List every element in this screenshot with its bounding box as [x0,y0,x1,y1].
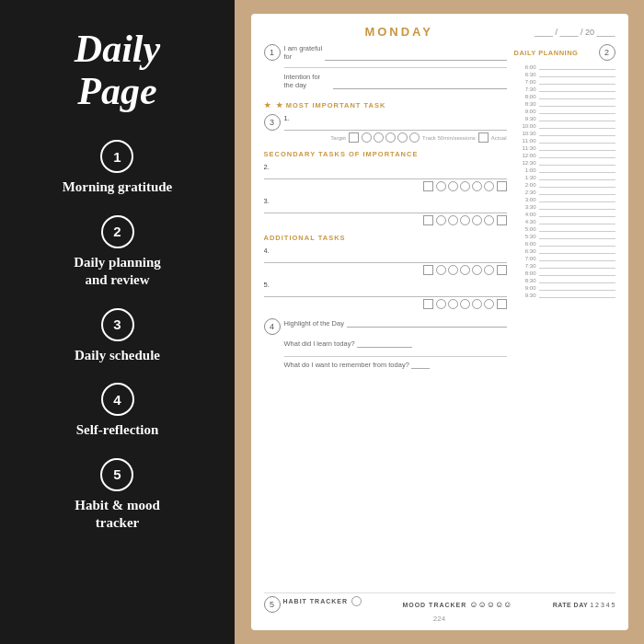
time-label: 10:00 [514,123,536,129]
t2-c2 [448,181,458,191]
remember-row: What do I want to remember from today? [284,360,507,369]
time-label: 1:00 [514,167,536,173]
time-slot-row: 8:00 [514,270,615,276]
t3-c3 [460,215,470,225]
time-slot-row: 1:00 [514,167,615,173]
time-label: 7:30 [514,86,536,92]
time-slot-row: 6:00 [514,63,615,70]
section-num-4: 4 [264,318,281,335]
planning-header: DAILY PLANNING 2 [514,44,615,61]
rate-section: RATE DAY 1 2 3 4 5 [553,602,615,608]
habit-circle [351,596,362,606]
planning-num: 2 [599,44,615,61]
time-line [539,262,615,269]
feature-num-2: 2 [101,215,134,248]
t4-c5 [484,265,494,275]
reflection-section: 4 Highlight of the Day What did I learn … [264,318,507,371]
time-line [539,292,615,298]
time-slot-row: 1:30 [514,174,615,180]
mit-header: ★ ★ MOST IMPORTANT TASK [264,101,507,109]
t2-actual-square [497,181,507,191]
task3-line [264,206,507,213]
learn-field-row: What did I learn today? [284,339,507,348]
time-line [539,240,615,247]
page-number: 224 [264,615,615,623]
time-line [539,233,615,239]
session-circle-2 [374,132,384,143]
rate-numbers: 1 2 3 4 5 [590,602,615,608]
page-card: MONDAY ____ / ____ / 20 ____ 1 I am grat… [251,14,628,630]
t3-c5 [484,215,494,225]
task5-line [264,290,507,297]
section-num-5: 5 [264,596,281,613]
time-line [539,137,615,144]
additional-header: ADDITIONAL TASKS [264,234,507,242]
learn-line [357,339,412,348]
task4-block: 4. [264,247,507,275]
highlight-row: Highlight of the Day [284,318,507,328]
session-circle-1 [362,132,372,143]
time-label: 8:00 [514,94,536,99]
time-line [539,93,615,99]
time-slot-row: 2:30 [514,189,615,195]
habit-section: HABIT TRACKER [283,596,362,606]
time-slot-row: 8:00 [514,93,615,99]
habit-label: HABIT TRACKER [283,598,349,604]
time-label: 6:30 [514,248,536,254]
time-slot-row: 7:00 [514,255,615,261]
time-label: 8:30 [514,101,536,107]
feature-num-4: 4 [101,383,134,416]
time-label: 3:30 [514,204,536,210]
tracker-row-2 [264,181,507,191]
target-label: Target [330,135,346,141]
intention-line [333,80,506,89]
time-label: 9:00 [514,285,536,291]
time-line [539,247,615,254]
gratitude-section: 1 I am grateful for Intention for the da… [264,44,507,92]
time-slot-row: 8:30 [514,277,615,283]
t5-c4 [472,299,482,309]
tracker-row-1: Target Track 50min/sessions [284,132,507,143]
t4-actual-square [497,265,507,275]
task2-label: 2. [264,163,507,171]
gratitude-field-row: I am grateful for [284,44,507,61]
daily-planning-column: DAILY PLANNING 2 6:006:307:007:308:008:3… [514,44,615,590]
t4-circles [436,265,494,275]
time-slot-row: 6:30 [514,71,615,77]
t2-c4 [472,181,482,191]
time-slot-row: 9:30 [514,292,615,298]
time-line [539,100,615,107]
time-slot-row: 7:00 [514,78,615,85]
feature-5: 5 Habit & mood tracker [75,458,160,533]
day-title: MONDAY [264,25,535,39]
time-label: 6:00 [514,64,536,70]
t3-c1 [436,215,446,225]
right-panel: MONDAY ____ / ____ / 20 ____ 1 I am grat… [235,0,644,644]
time-slot-row: 10:00 [514,122,615,129]
main-content: 1 I am grateful for Intention for the da… [264,44,615,590]
time-slot-row: 9:00 [514,108,615,114]
time-slot-row: 12:30 [514,159,615,166]
track-label: Track 50min/sessions [422,135,476,141]
gratitude-label: I am grateful for [284,44,324,61]
secondary-header: SECONDARY TASKS OF IMPORTANCE [264,150,507,158]
time-label: 4:30 [514,219,536,224]
time-slots: 6:006:307:007:308:008:309:009:3010:0010:… [514,63,615,299]
remember-field-row: What do I want to remember from today? [284,360,507,369]
t3-target-square [423,215,433,225]
time-label: 1:30 [514,175,536,180]
time-slot-row: 3:30 [514,203,615,210]
date-right: ____ / ____ / 20 ____ [535,28,615,37]
t5-c2 [448,299,458,309]
feature-num-5: 5 [100,458,133,491]
task1-label: 1. [284,114,507,122]
actual-square [478,132,489,143]
time-slot-row: 9:00 [514,284,615,291]
time-label: 9:00 [514,109,536,114]
time-line [539,152,615,158]
section-num-1: 1 [264,44,281,61]
task4-label: 4. [264,247,507,255]
t4-c1 [436,265,446,275]
time-label: 9:30 [514,116,536,121]
time-line [539,115,615,121]
